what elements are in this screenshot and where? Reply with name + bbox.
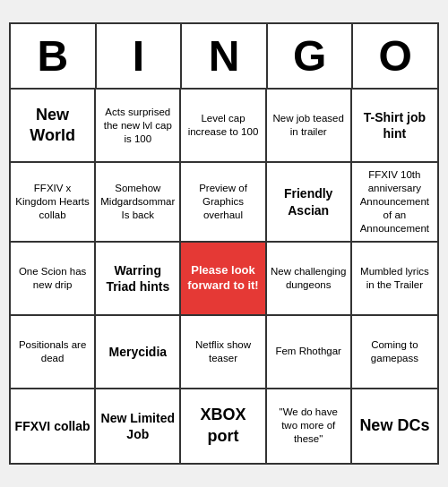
bingo-cell-20[interactable]: FFXVI collab <box>11 389 96 463</box>
bingo-cell-3[interactable]: New job teased in trailer <box>267 90 352 163</box>
bingo-cell-14[interactable]: Mumbled lyrics in the Trailer <box>352 243 437 316</box>
bingo-header: B I N G O <box>11 24 437 90</box>
bingo-cell-12[interactable]: Please look forward to it! <box>181 243 266 316</box>
bingo-cell-11[interactable]: Warring Triad hints <box>96 243 181 316</box>
bingo-cell-9[interactable]: FFXIV 10th anniversary Announcement of a… <box>352 163 437 243</box>
bingo-cell-1[interactable]: Acts surprised the new lvl cap is 100 <box>96 90 181 163</box>
bingo-card: B I N G O New WorldActs surprised the ne… <box>9 22 439 465</box>
bingo-cell-7[interactable]: Preview of Graphics overhaul <box>181 163 266 243</box>
bingo-cell-10[interactable]: One Scion has new drip <box>11 243 96 316</box>
bingo-cell-16[interactable]: Merycidia <box>96 316 181 389</box>
letter-o: O <box>353 24 437 90</box>
bingo-cell-19[interactable]: Coming to gamepass <box>352 316 437 389</box>
bingo-cell-0[interactable]: New World <box>11 90 96 163</box>
bingo-cell-21[interactable]: New Limited Job <box>96 389 181 463</box>
bingo-cell-5[interactable]: FFXIV x Kingdom Hearts collab <box>11 163 96 243</box>
bingo-cell-2[interactable]: Level cap increase to 100 <box>181 90 266 163</box>
letter-g: G <box>268 24 354 90</box>
bingo-cell-15[interactable]: Positionals are dead <box>11 316 96 389</box>
bingo-cell-6[interactable]: Somehow Midgardsommar Is back <box>96 163 181 243</box>
bingo-cell-23[interactable]: "We do have two more of these" <box>267 389 352 463</box>
bingo-cell-24[interactable]: New DCs <box>352 389 437 463</box>
letter-n: N <box>182 24 268 90</box>
bingo-cell-17[interactable]: Netflix show teaser <box>181 316 266 389</box>
bingo-cell-8[interactable]: Friendly Ascian <box>267 163 352 243</box>
bingo-grid: New WorldActs surprised the new lvl cap … <box>11 90 437 463</box>
letter-i: I <box>97 24 183 90</box>
bingo-cell-22[interactable]: XBOX port <box>181 389 266 463</box>
bingo-cell-4[interactable]: T-Shirt job hint <box>352 90 437 163</box>
bingo-cell-13[interactable]: New challenging dungeons <box>267 243 352 316</box>
bingo-cell-18[interactable]: Fem Rhothgar <box>267 316 352 389</box>
letter-b: B <box>11 24 97 90</box>
